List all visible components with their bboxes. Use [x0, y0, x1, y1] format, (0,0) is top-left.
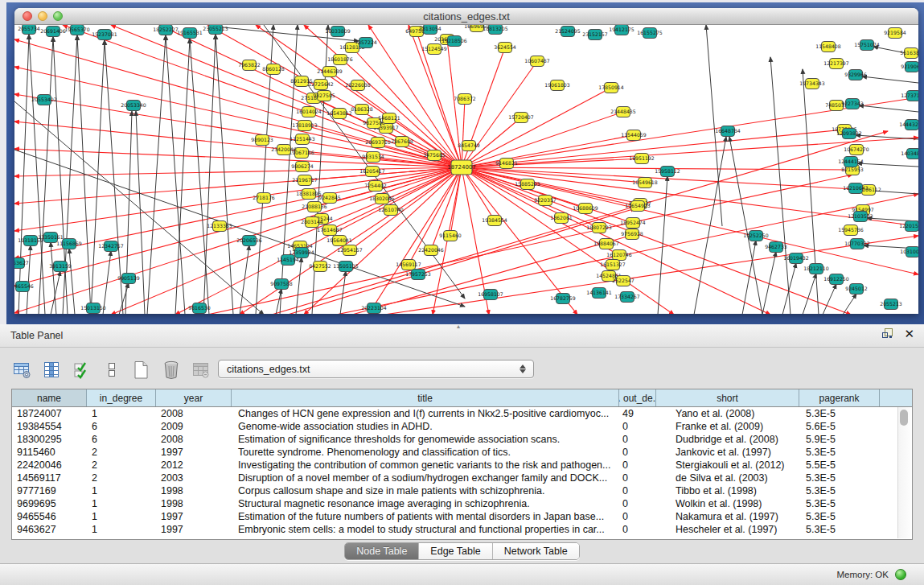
graph-node[interactable]: 17818913 — [292, 121, 318, 131]
table-cell[interactable]: 9463627 — [12, 523, 87, 536]
graph-node[interactable]: 10770332 — [844, 239, 870, 249]
table-cell[interactable]: 1998 — [156, 484, 232, 497]
table-cell[interactable]: Corpus callosum shape and size in male p… — [232, 484, 619, 497]
table-cell[interactable]: Changes of HCN gene expression and I(f) … — [232, 407, 619, 420]
graph-node[interactable]: 16951192 — [629, 154, 655, 164]
graph-node[interactable]: 22420046 — [418, 245, 444, 256]
table-cell[interactable]: 5.3E-5 — [799, 523, 880, 536]
table-cell[interactable]: 2 — [87, 472, 156, 484]
column-header-name[interactable]: name — [12, 389, 87, 406]
graph-node[interactable]: 21448435 — [610, 107, 636, 117]
graph-node[interactable]: 18601876 — [327, 55, 353, 65]
graph-node[interactable]: 9890123 — [251, 135, 273, 146]
graph-node[interactable]: 16912250 — [823, 274, 849, 285]
graph-node[interactable]: 21524095 — [555, 27, 581, 37]
graph-node[interactable]: 15124549 — [421, 44, 447, 55]
table-cell[interactable]: 5.3E-5 — [799, 510, 880, 523]
table-cell[interactable]: Hescheler et al. (1997) — [656, 523, 799, 536]
network-canvas[interactable]: 1872400716128102186018762144638912725642… — [14, 25, 918, 314]
graph-node[interactable]: 16033809 — [325, 27, 351, 37]
table-cell[interactable]: 5.9E-5 — [799, 433, 880, 446]
table-cell[interactable]: 19384554 — [12, 420, 87, 433]
table-cell[interactable]: 9777169 — [12, 484, 87, 497]
table-cell[interactable]: 14569117 — [12, 472, 87, 484]
graph-node[interactable]: 9245012 — [845, 284, 868, 295]
graph-node[interactable]: 9816530 — [188, 303, 211, 314]
column-header-title[interactable]: title — [232, 389, 619, 406]
graph-node[interactable]: 16120746 — [606, 250, 632, 261]
graph-node[interactable]: 18724007 — [447, 160, 476, 175]
table-cell[interactable]: 1 — [87, 484, 156, 497]
table-cell[interactable]: 9115460 — [12, 446, 87, 459]
table-row[interactable]: 977716911998Corpus callosum shape and si… — [12, 484, 912, 497]
column-header-year[interactable]: year — [156, 389, 232, 406]
network-window-titlebar[interactable]: citations_edges.txt — [14, 8, 918, 25]
graph-node[interactable]: 12201505 — [899, 221, 918, 232]
table-cell[interactable]: 5.3E-5 — [799, 407, 880, 420]
table-cell[interactable]: Tourette syndrome. Phenomenology and cla… — [232, 446, 619, 459]
graph-node[interactable]: 9463627 — [14, 258, 29, 269]
table-cell[interactable]: Tibbo et al. (1998) — [656, 484, 799, 497]
table-cell[interactable]: 6 — [87, 420, 156, 433]
graph-node[interactable]: 16648784 — [715, 126, 741, 137]
graph-node[interactable]: 15720407 — [508, 113, 534, 123]
table-row[interactable]: 969969511998Structural magnetic resonanc… — [12, 497, 912, 510]
graph-node[interactable]: 18212110 — [803, 264, 829, 274]
graph-node[interactable]: 18252227 — [153, 25, 179, 35]
graph-node[interactable]: 20691406 — [40, 27, 66, 37]
table-cell[interactable]: 5.5E-5 — [799, 459, 880, 472]
table-cell[interactable]: Stergiakouli et al. (2012) — [656, 459, 799, 472]
table-cell[interactable]: Franke et al. (2009) — [656, 420, 799, 433]
table-cell[interactable]: 1998 — [156, 497, 232, 510]
table-row[interactable]: 1872400712008Changes of HCN gene express… — [12, 407, 912, 420]
graph-node[interactable]: 18302045 — [369, 194, 395, 204]
table-cell[interactable]: 0 — [619, 510, 656, 523]
graph-node[interactable]: 21446389 — [317, 67, 343, 77]
graph-node[interactable]: 16151327 — [600, 260, 626, 270]
table-cell[interactable]: Jankovic et al. (1997) — [656, 446, 799, 459]
table-cell[interactable]: 0 — [619, 472, 656, 484]
graph-node[interactable]: 19564041 — [326, 236, 352, 246]
graph-node[interactable]: 13505135 — [333, 262, 359, 272]
graph-node[interactable]: 19061803 — [544, 80, 570, 91]
graph-node[interactable]: 19412175 — [609, 25, 634, 35]
graph-node[interactable]: 21196717 — [292, 175, 318, 186]
table-cell[interactable]: 18300295 — [12, 433, 87, 446]
graph-node[interactable]: 10607487 — [524, 56, 550, 67]
graph-node[interactable]: 7963822 — [238, 60, 261, 71]
tab-node-table[interactable]: Node Table — [345, 543, 419, 559]
graph-node[interactable]: 8186328 — [351, 105, 373, 115]
graph-node[interactable]: 19654923 — [625, 201, 651, 212]
graph-node[interactable]: 17614687 — [317, 225, 343, 236]
table-cell[interactable]: 2008 — [156, 407, 232, 420]
graph-node[interactable]: 11548408 — [815, 42, 841, 52]
graph-node[interactable]: 16782759 — [550, 294, 576, 304]
graph-node[interactable]: 9115460 — [439, 231, 462, 241]
table-cell[interactable]: 1997 — [156, 510, 232, 523]
graph-node[interactable]: 9756928 — [621, 229, 643, 240]
graph-node[interactable]: 10310035 — [900, 247, 918, 257]
table-cell[interactable]: 9699695 — [12, 497, 87, 510]
table-cell[interactable]: 5.6E-5 — [799, 420, 880, 433]
graph-node[interactable]: 14443276 — [899, 120, 918, 130]
float-panel-icon[interactable] — [882, 328, 893, 339]
splitter-grip-icon[interactable]: ▴ — [457, 323, 460, 330]
graph-node[interactable]: 3624554 — [494, 43, 516, 53]
graph-node[interactable]: 2803144 — [301, 217, 323, 228]
graph-node[interactable]: 7086372 — [454, 94, 476, 105]
graph-node[interactable]: 19165531 — [177, 28, 203, 39]
graph-node[interactable]: 8860128 — [262, 64, 285, 75]
table-cell[interactable]: 2009 — [156, 420, 232, 433]
graph-node[interactable]: 15958112 — [655, 167, 680, 177]
graph-node[interactable]: 16155275 — [637, 28, 663, 39]
table-cell[interactable]: 1 — [87, 497, 156, 510]
graph-node[interactable]: 16958107 — [478, 290, 503, 300]
table-cell[interactable]: 2 — [87, 446, 156, 459]
graph-node[interactable]: 23055213 — [203, 25, 228, 35]
table-cell[interactable]: 2 — [87, 459, 156, 472]
graph-node[interactable]: 15751074 — [854, 40, 880, 51]
table-settings-icon[interactable] — [11, 359, 34, 381]
table-cell[interactable]: Wolkin et al. (1998) — [656, 497, 799, 510]
graph-node[interactable]: 5616384 — [900, 48, 918, 59]
create-table-icon[interactable] — [130, 359, 153, 381]
